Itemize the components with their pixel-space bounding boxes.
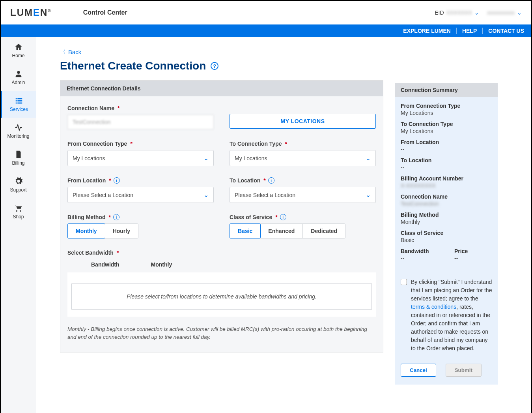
sidebar-item-billing[interactable]: Billing [1,145,36,171]
invoice-icon [14,150,23,159]
svg-rect-1 [16,98,17,99]
top-header: LUMEN® Control Center EID XXXXXXX ⌄ xxxx… [1,1,531,24]
to-location-value: Please Select a Location [235,192,295,198]
svg-point-0 [17,71,20,74]
cos-dedicated[interactable]: Dedicated [303,224,345,238]
sidebar-item-admin[interactable]: Admin [1,64,36,91]
summary-value: My Locations [401,110,492,116]
summary-body: From Connection Type My Locations To Con… [395,97,498,385]
back-link[interactable]: 〈 Back [60,48,383,56]
sidebar-item-services[interactable]: Services [1,91,36,118]
info-icon[interactable]: i [114,177,120,184]
sidebar-item-support[interactable]: Support [1,171,36,198]
summary-label: From Connection Type [401,103,492,109]
user-icon [14,69,23,78]
svg-rect-3 [16,100,17,101]
details-card: Ethernet Connection Details Connection N… [60,80,383,353]
user-dropdown[interactable]: xxxxxxxxxx ⌄ [487,9,522,16]
list-icon [15,96,23,105]
header-right: EID XXXXXXX ⌄ xxxxxxxxxx ⌄ [435,9,522,16]
summary-label: Bandwidth [401,248,439,254]
cos-enhanced[interactable]: Enhanced [260,224,303,238]
billing-footnote: Monthly - Billing begins once connection… [67,325,376,342]
consent-text: By clicking "Submit" I understand that I… [411,278,492,353]
to-conn-type-select[interactable]: My Locations ⌄ [230,150,376,166]
consent-block: By clicking "Submit" I understand that I… [401,278,492,353]
from-conn-type-select[interactable]: My Locations ⌄ [67,150,214,166]
eid-value: XXXXXXX [446,9,472,16]
summary-label: Billing Method [401,212,492,218]
back-label: Back [68,49,81,55]
sidebar-item-label: Home [12,53,24,58]
to-location-select[interactable]: Please Select a Location ⌄ [230,187,376,203]
summary-value: My Locations [401,128,492,134]
cos-segment: Basic Enhanced Dedicated [230,223,345,238]
from-conn-type-label: From Connection Type* [67,141,214,147]
summary-value: TestConnection [401,201,492,207]
chevron-left-icon: 〈 [60,48,66,56]
sidebar-item-label: Billing [12,160,24,166]
utility-bar: EXPLORE LUMEN HELP CONTACT US [1,24,531,37]
logo-e: E [33,7,40,18]
eid-dropdown[interactable]: EID XXXXXXX ⌄ [435,9,479,16]
svg-rect-2 [17,98,22,99]
summary-value: Monthly [401,219,492,225]
page-title: Ethernet Create Connection ? [60,60,383,72]
summary-label: To Connection Type [401,121,492,127]
summary-value: X-XXXXXXXX [401,182,492,189]
submit-button[interactable]: Submit [446,364,482,377]
summary-label: Class of Service [401,230,492,236]
help-icon[interactable]: ? [211,62,218,70]
summary-label: Connection Name [401,193,492,200]
svg-rect-4 [17,100,22,101]
sidebar-item-label: Support [10,187,26,193]
sidebar-item-home[interactable]: Home [1,37,36,64]
sidebar-item-label: Services [10,107,28,112]
page-title-text: Ethernet Create Connection [60,60,206,72]
to-conn-type-label: To Connection Type* [230,141,376,147]
activity-icon [14,123,23,132]
sidebar-item-monitoring[interactable]: Monitoring [1,118,36,145]
to-conn-type-value: My Locations [235,155,267,161]
cancel-button[interactable]: Cancel [401,364,436,377]
info-icon[interactable]: i [268,177,274,184]
from-location-label: From Location* i [67,177,214,184]
contact-link[interactable]: CONTACT US [483,28,524,34]
chevron-down-icon: ⌄ [203,154,209,162]
eid-label: EID [435,9,444,16]
left-nav: Home Admin Services Monitoring Billing [1,37,36,413]
sidebar-item-shop[interactable]: Shop [1,198,36,225]
my-locations-button[interactable]: MY LOCATIONS [230,114,376,129]
billing-method-monthly[interactable]: Monthly [67,223,105,238]
app-title: Control Center [83,9,435,16]
consent-checkbox[interactable] [401,279,407,285]
svg-rect-6 [17,103,22,104]
bandwidth-empty-message: Please select to/from locations to deter… [71,283,372,310]
summary-label: To Location [401,157,492,163]
cos-basic[interactable]: Basic [230,223,261,238]
sidebar-item-label: Shop [13,214,24,220]
bandwidth-col-header: Monthly [151,261,172,268]
summary-value: Basic [401,237,492,243]
svg-rect-5 [16,103,17,104]
summary-value: -- [401,164,492,171]
sidebar-item-label: Admin [11,80,25,85]
user-value: xxxxxxxxxx [487,9,515,16]
logo-pre: LUM [10,7,33,18]
help-link[interactable]: HELP [457,28,483,34]
connection-name-label: Connection Name* [67,105,214,111]
connection-name-input[interactable] [67,115,214,130]
info-icon[interactable]: i [113,214,119,220]
chevron-down-icon: ⌄ [203,191,209,199]
details-card-header: Ethernet Connection Details [60,81,383,96]
explore-link[interactable]: EXPLORE LUMEN [398,28,457,34]
terms-link[interactable]: terms & conditions [411,304,456,310]
bandwidth-table-header: Bandwidth Monthly [67,259,376,270]
cart-icon [14,204,23,212]
sidebar-item-label: Monitoring [7,133,29,139]
info-icon[interactable]: i [280,214,286,220]
from-location-select[interactable]: Please Select a Location ⌄ [67,187,214,203]
billing-method-label: Billing Method* i [67,214,214,220]
bandwidth-col-header: Bandwidth [91,261,119,268]
billing-method-hourly[interactable]: Hourly [105,224,138,238]
